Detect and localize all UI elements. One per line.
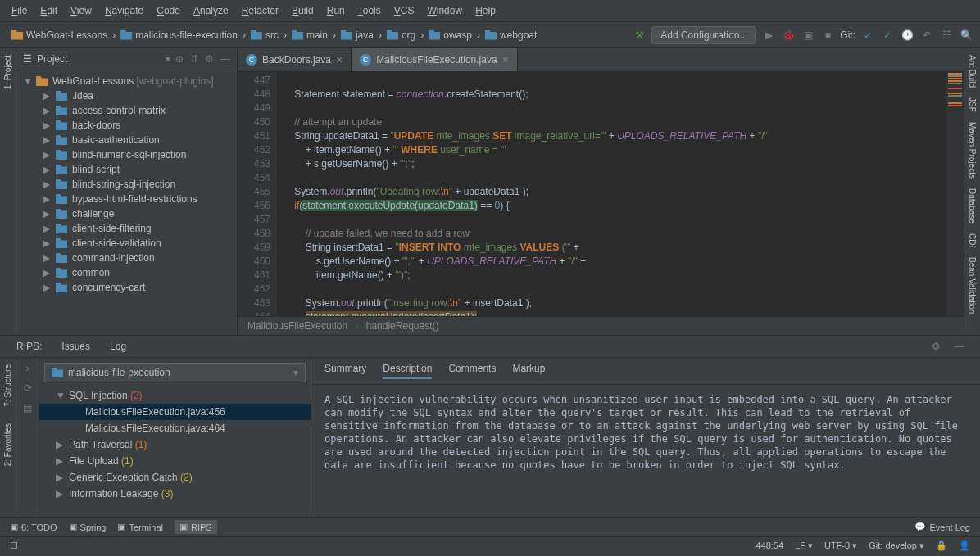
tree-item-blind-numeric-sql-injection[interactable]: ▶blind-numeric-sql-injection — [16, 147, 237, 162]
breadcrumb-webgoat[interactable]: webgoat — [480, 28, 542, 43]
menu-vcs[interactable]: VCS — [389, 3, 420, 18]
project-tree[interactable]: ▼WebGoat-Lessons [webgoat-plugins]▶.idea… — [16, 70, 237, 335]
tree-item-.idea[interactable]: ▶.idea — [16, 88, 237, 103]
tree-item-client-side-validation[interactable]: ▶client-side-validation — [16, 236, 237, 251]
close-icon[interactable]: × — [502, 53, 509, 66]
filter-icon[interactable]: ▤ — [23, 402, 32, 414]
detail-tab-comments[interactable]: Comments — [448, 363, 496, 379]
issue-location[interactable]: MaliciousFileExecution.java:456 — [39, 404, 311, 420]
history-icon[interactable]: 🕐 — [900, 28, 914, 43]
menu-navigate[interactable]: Navigate — [100, 3, 148, 18]
event-log[interactable]: 💬Event Log — [914, 522, 970, 532]
rail-cdi[interactable]: CDI — [968, 233, 977, 247]
rips-issue-tree[interactable]: ▼SQL Injection (2)MaliciousFileExecution… — [39, 387, 311, 517]
git-branch[interactable]: Git: develop ▾ — [869, 540, 924, 551]
breadcrumb-src[interactable]: src — [246, 28, 284, 43]
rail-ant-build[interactable]: Ant Build — [968, 55, 977, 88]
menu-edit[interactable]: Edit — [35, 3, 62, 18]
rail-maven-projects[interactable]: Maven Projects — [968, 122, 977, 179]
tree-item-blind-script[interactable]: ▶blind-script — [16, 162, 237, 177]
lock-icon[interactable]: 🔒 — [936, 540, 947, 551]
hammer-icon[interactable]: ⚒ — [632, 28, 647, 43]
debug-icon[interactable]: 🐞 — [781, 28, 796, 43]
breadcrumb-malicious-file-execution[interactable]: malicious-file-execution — [116, 28, 243, 43]
structure-icon[interactable]: ☷ — [939, 28, 954, 43]
target-icon[interactable]: ⊕ — [175, 53, 184, 65]
issue-information-leakage[interactable]: ▶Information Leakage (3) — [39, 486, 311, 502]
vcs-update-icon[interactable]: ↙ — [860, 28, 875, 43]
vcs-commit-icon[interactable]: ✓ — [880, 28, 895, 43]
code-content[interactable]: Statement statement = connection.createS… — [277, 72, 946, 316]
detail-tab-markup[interactable]: Markup — [512, 363, 545, 379]
rail-favorites[interactable]: 2: Favorites — [3, 423, 12, 466]
menu-view[interactable]: View — [66, 3, 97, 18]
coverage-icon[interactable]: ▣ — [801, 28, 815, 43]
code-breadcrumb[interactable]: MaliciousFileExecution › handleRequest() — [238, 316, 964, 335]
menu-run[interactable]: Run — [322, 3, 350, 18]
hide-icon[interactable]: — — [220, 53, 230, 65]
hide-icon[interactable]: — — [951, 339, 967, 354]
tree-item-client-side-filtering[interactable]: ▶client-side-filtering — [16, 221, 237, 236]
rail-bean-validation[interactable]: Bean Validation — [968, 257, 977, 314]
add-configuration-button[interactable]: Add Configuration... — [651, 26, 756, 44]
rail-structure[interactable]: 7: Structure — [3, 364, 12, 407]
close-icon[interactable]: × — [336, 53, 343, 66]
rips-tab-log[interactable]: Log — [107, 339, 129, 354]
run-icon[interactable]: ▶ — [761, 28, 776, 43]
rail-project[interactable]: 1: Project — [3, 55, 12, 89]
detail-tab-description[interactable]: Description — [383, 363, 432, 379]
code-editor[interactable]: 4474484494504514524534544554564574584594… — [238, 72, 964, 316]
collapse-icon[interactable]: ⇵ — [190, 53, 198, 65]
menu-build[interactable]: Build — [287, 3, 319, 18]
breadcrumb-main[interactable]: main — [287, 28, 333, 43]
refresh-icon[interactable]: ⟳ — [24, 382, 32, 394]
search-icon[interactable]: 🔍 — [959, 28, 973, 43]
menu-tools[interactable]: Tools — [353, 3, 386, 18]
tab-MaliciousFileExecution.java[interactable]: CMaliciousFileExecution.java× — [352, 48, 518, 71]
breadcrumb-owasp[interactable]: owasp — [424, 28, 477, 43]
tree-item-access-control-matrix[interactable]: ▶access-control-matrix — [16, 103, 237, 118]
issue-path-traversal[interactable]: ▶Path Traversal (1) — [39, 436, 311, 453]
detail-tab-summary[interactable]: Summary — [324, 363, 366, 379]
breadcrumb-WebGoat-Lessons[interactable]: WebGoat-Lessons — [7, 28, 112, 43]
revert-icon[interactable]: ↶ — [919, 28, 934, 43]
tree-item-challenge[interactable]: ▶challenge — [16, 206, 237, 221]
issue-sql-injection[interactable]: ▼SQL Injection (2) — [39, 387, 311, 404]
menu-code[interactable]: Code — [152, 3, 185, 18]
breadcrumb-org[interactable]: org — [382, 28, 420, 43]
toolwindow-rips[interactable]: ▣RIPS — [175, 520, 217, 534]
issue-generic-exception-catch[interactable]: ▶Generic Exception Catch (2) — [39, 469, 311, 486]
breadcrumb-class[interactable]: MaliciousFileExecution — [247, 320, 347, 332]
menu-analyze[interactable]: Analyze — [188, 3, 234, 18]
tree-root[interactable]: ▼WebGoat-Lessons [webgoat-plugins] — [16, 74, 237, 88]
menu-file[interactable]: File — [7, 3, 32, 18]
rips-scope-dropdown[interactable]: malicious-file-execution ▾ — [44, 363, 306, 382]
tree-item-bypass-html-field-restrictions[interactable]: ▶bypass-html-field-restrictions — [16, 192, 237, 206]
next-icon[interactable]: › — [26, 363, 29, 374]
minimap[interactable] — [946, 72, 964, 316]
menu-refactor[interactable]: Refactor — [237, 3, 284, 18]
tree-item-back-doors[interactable]: ▶back-doors — [16, 118, 237, 133]
project-dropdown-icon[interactable]: ☰ — [23, 53, 32, 65]
toolwindow-todo[interactable]: ▣6: TODO — [10, 522, 57, 532]
chevron-down-icon[interactable]: ▾ — [166, 53, 170, 65]
menu-window[interactable]: Window — [422, 3, 467, 18]
gear-icon[interactable]: ⚙ — [928, 339, 944, 354]
toolwindow-terminal[interactable]: ▣Terminal — [117, 522, 163, 532]
inspector-icon[interactable]: 👤 — [959, 540, 970, 551]
breadcrumb-java[interactable]: java — [336, 28, 379, 43]
toolwindow-spring[interactable]: ▣Spring — [69, 522, 107, 532]
tree-item-common[interactable]: ▶common — [16, 265, 237, 280]
status-icon[interactable]: ☐ — [10, 540, 18, 551]
gear-icon[interactable]: ⚙ — [205, 53, 214, 65]
rips-tab-issues[interactable]: Issues — [58, 339, 93, 354]
tab-BackDoors.java[interactable]: CBackDoors.java× — [238, 48, 352, 71]
tree-item-basic-authentication[interactable]: ▶basic-authentication — [16, 133, 237, 147]
rail-database[interactable]: Database — [968, 188, 977, 224]
tree-item-command-injection[interactable]: ▶command-injection — [16, 251, 237, 265]
encoding[interactable]: UTF-8 ▾ — [824, 540, 857, 551]
issue-location[interactable]: MaliciousFileExecution.java:464 — [39, 420, 311, 436]
stop-icon[interactable]: ■ — [820, 28, 835, 43]
line-ending[interactable]: LF ▾ — [795, 540, 813, 551]
issue-file-upload[interactable]: ▶File Upload (1) — [39, 453, 311, 469]
